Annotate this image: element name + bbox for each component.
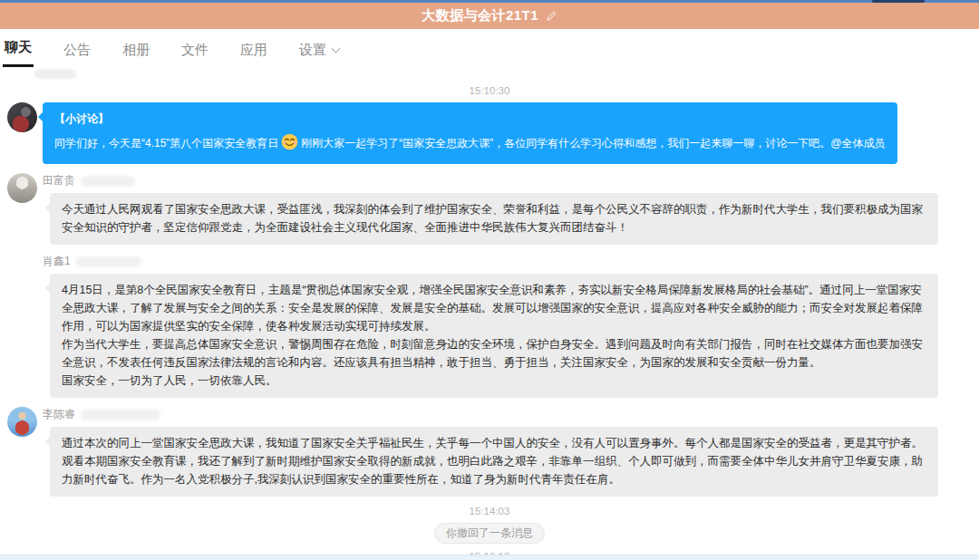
sender-name: 肖鑫1 [43,254,979,269]
browser-top-edge [0,0,979,3]
browser-tab-indicator [872,0,925,3]
tab-announcements-label: 公告 [63,42,91,57]
tab-chat-label: 聊天 [5,39,32,54]
message-text: 今天通过人民网观看了国家安全思政大课，受益匪浅，我深刻的体会到了维护国家安全、荣… [62,200,926,237]
nav-tabs: 聊天 公告 相册 文件 应用 设置 [0,29,979,67]
redacted-student-id [81,410,160,420]
tab-album[interactable]: 相册 [121,42,151,67]
chevron-down-icon [332,44,341,53]
message-student-li: 李陈睿 通过本次的同上一堂国家安全思政大课，我知道了国家安全关乎福祉民生，关乎每… [0,407,979,497]
message-text: 作为当代大学生，要提高总体国家安全意识，警惕周围存在危险，时刻留意身边的安全环境… [62,335,926,372]
tab-announcements[interactable]: 公告 [62,42,92,67]
message-text: 国家安全，一切为了人民，一切依靠人民。 [62,372,926,390]
message-bubble[interactable]: 4月15日，是第8个全民国家安全教育日，主题是“贯彻总体国家安全观，增强全民国家… [50,274,938,398]
message-bubble[interactable]: 【小讨论】 同学们好，今天是“4.15”第八个国家安全教育日刚刚大家一起学习了“… [43,102,897,164]
avatar[interactable] [7,173,37,203]
message-text: 通过本次的同上一堂国家安全思政大课，我知道了国家安全关乎福祉民生，关乎每一个中国… [62,434,926,488]
tab-chat[interactable]: 聊天 [3,39,34,67]
recalled-message-notice: 你撤回了一条消息 [434,523,545,544]
redacted-student-id [81,176,135,187]
avatar[interactable] [7,102,37,132]
tab-files-label: 文件 [181,42,208,57]
timestamp: 15:14:03 [0,506,979,517]
sender-name: 李陈睿 [43,407,979,422]
group-title: 大数据与会计21T1 [422,7,538,24]
message-bubble[interactable]: 今天通过人民网观看了国家安全思政大课，受益匪浅，我深刻的体会到了维护国家安全、荣… [50,193,938,245]
tab-files[interactable]: 文件 [179,42,210,67]
input-area-edge [0,555,979,560]
message-bubble[interactable]: 通过本次的同上一堂国家安全思政大课，我知道了国家安全关乎福祉民生，关乎每一个中国… [50,427,938,497]
timestamp: 15:10:30 [0,85,979,96]
tab-settings[interactable]: 设置 [297,42,341,67]
tab-settings-label: 设置 [299,42,326,57]
redacted-student-id [76,256,141,267]
redacted-patch [34,69,76,79]
message-text: 4月15日，是第8个全民国家安全教育日，主题是“贯彻总体国家安全观，增强全民国家… [62,281,926,335]
group-header: 大数据与会计21T1 [0,3,979,29]
message-teacher-1: 【小讨论】 同学们好，今天是“4.15”第八个国家安全教育日刚刚大家一起学习了“… [0,102,979,164]
edit-title-icon[interactable] [545,10,557,23]
blushing-smile-emoji-icon [281,133,298,156]
tab-album-label: 相册 [122,42,150,57]
message-student-xiao: 肖鑫1 4月15日，是第8个全民国家安全教育日，主题是“贯彻总体国家安全观，增强… [0,254,979,398]
message-text: 同学们好，今天是“4.15”第八个国家安全教育日刚刚大家一起学习了“国家安全思政… [54,133,886,156]
message-title: 【小讨论】 [54,110,886,128]
tab-apps-label: 应用 [240,42,267,57]
sender-name: 田富贵 [43,173,979,188]
avatar[interactable] [7,407,37,437]
chat-message-list[interactable]: 15:10:30 【小讨论】 同学们好，今天是“4.15”第八个国家安全教育日刚… [0,82,979,560]
message-student-tian: 田富贵 今天通过人民网观看了国家安全思政大课，受益匪浅，我深刻的体会到了维护国家… [0,173,979,245]
tab-apps[interactable]: 应用 [238,42,269,67]
